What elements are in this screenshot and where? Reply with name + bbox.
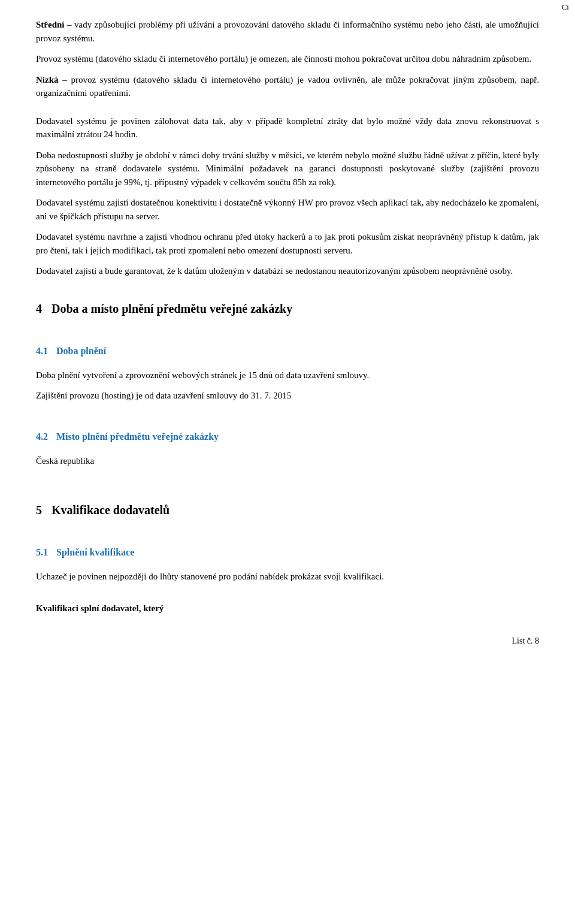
section4-title: Doba a místo plnění předmětu veřejné zak… — [52, 302, 292, 316]
paragraph-zálohovat: Dodavatel systému je povinen zálohovat d… — [36, 114, 539, 141]
paragraph-strední: Střední – vady způsobující problémy při … — [36, 18, 539, 45]
subsection41-title: Doba plnění — [56, 346, 106, 357]
subsection51-title: Splnění kvalifikace — [56, 547, 134, 558]
subsection41-para1: Doba plnění vytvoření a zprovoznění webo… — [36, 369, 539, 382]
term-nízká: Nízká — [36, 75, 59, 84]
section5-number: 5 — [36, 503, 42, 517]
paragraph-databázi: Dodavatel zajistí a bude garantovat, že … — [36, 264, 539, 278]
subsection42-para1: Česká republika — [36, 454, 539, 468]
paragraph-ochranu: Dodavatel systému navrhne a zajistí vhod… — [36, 230, 539, 257]
page-content: Ci Střední – vady způsobující problémy p… — [0, 0, 575, 658]
subsection41-number: 4.1 — [36, 346, 48, 357]
term-strední: Střední — [36, 20, 65, 29]
subsection51-number: 5.1 — [36, 547, 48, 558]
paragraph-nízká-text: – provoz systému (datového skladu či int… — [36, 75, 539, 98]
paragraph-konektivitu: Dodavatel systému zajistí dostatečnou ko… — [36, 196, 539, 223]
corner-text: Ci — [562, 2, 569, 12]
subsection41-title-row: 4.1 Doba plnění — [36, 334, 539, 363]
section4-title-row: 4 Doba a místo plnění předmětu veřejné z… — [36, 296, 539, 323]
bold-footer-label-container: Kvalifikaci splní dodavatel, který — [36, 602, 539, 615]
bold-footer-label: Kvalifikaci splní dodavatel, který — [36, 602, 539, 615]
paragraph-strední-text: – vady způsobující problémy při užívání … — [36, 20, 539, 43]
footer: List č. 8 — [512, 636, 540, 646]
subsection42-title: Místo plnění předmětu veřejné zakázky — [56, 431, 219, 442]
subsection51-para1: Uchazeč je povinen nejpozději do lhůty s… — [36, 570, 539, 584]
subsection42-title-row: 4.2 Místo plnění předmětu veřejné zakázk… — [36, 419, 539, 448]
section5-title: Kvalifikace dodavatelů — [52, 503, 170, 517]
paragraph-provoz: Provoz systému (datového skladu či inter… — [36, 52, 539, 66]
section4-number: 4 — [36, 302, 42, 316]
paragraph-nízká: Nízká – provoz systému (datového skladu … — [36, 73, 539, 100]
paragraph-nedostupnosti: Doba nedostupnosti služby je období v rá… — [36, 149, 539, 189]
subsection51-title-row: 5.1 Splnění kvalifikace — [36, 535, 539, 564]
subsection41-para2: Zajištění provozu (hosting) je od data u… — [36, 389, 539, 403]
footer-text: List č. 8 — [512, 636, 540, 645]
section5-title-row: 5 Kvalifikace dodavatelů — [36, 497, 539, 524]
subsection42-number: 4.2 — [36, 431, 48, 442]
